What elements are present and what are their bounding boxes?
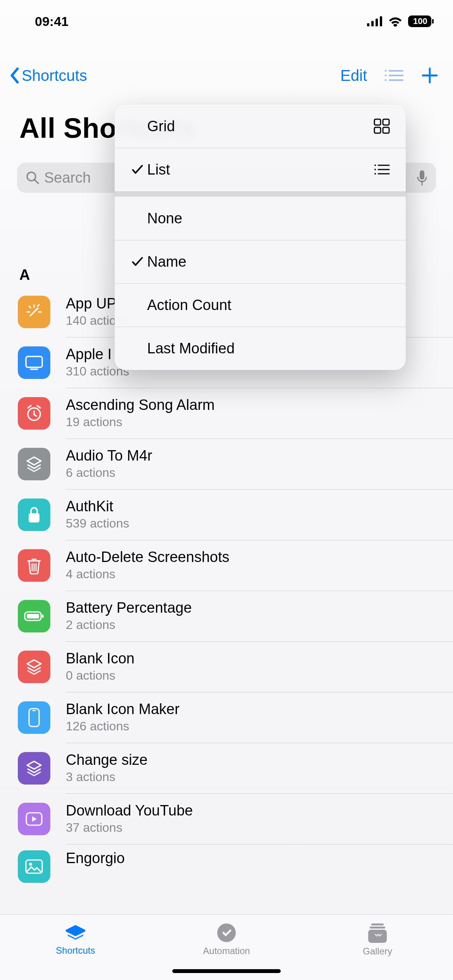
shortcut-title: Blank Icon <box>66 651 134 667</box>
shortcut-title: Download YouTube <box>66 803 193 819</box>
svg-point-53 <box>374 173 376 175</box>
svg-rect-5 <box>432 19 434 24</box>
grid-icon <box>373 118 390 134</box>
shortcut-title: Ascending Song Alarm <box>66 397 214 413</box>
menu-item-grid[interactable]: Grid <box>115 105 406 148</box>
status-bar: 09:41 100 <box>0 0 453 43</box>
svg-rect-16 <box>420 170 424 180</box>
shortcut-row[interactable]: Ascending Song Alarm19 actions <box>0 388 453 439</box>
menu-label: List <box>147 161 373 178</box>
svg-rect-48 <box>383 127 389 133</box>
back-label: Shortcuts <box>22 67 87 84</box>
tab-gallery[interactable]: Gallery <box>302 915 453 964</box>
menu-item-none[interactable]: None <box>115 197 406 240</box>
shortcut-texts: Blank Icon Maker126 actions <box>66 701 180 733</box>
tab-label: Shortcuts <box>56 945 95 956</box>
menu-label: Action Count <box>147 297 390 314</box>
shortcut-row[interactable]: Blank Icon0 actions <box>0 641 453 692</box>
shortcut-icon <box>18 397 50 430</box>
shortcut-row[interactable]: Auto-Delete Screenshots4 actions <box>0 540 453 591</box>
shortcut-title: Blank Icon Maker <box>66 701 180 718</box>
shortcut-texts: Auto-Delete Screenshots4 actions <box>66 549 229 581</box>
view-sort-menu: Grid List None Name Action Count Last Mo… <box>115 105 406 370</box>
svg-rect-58 <box>368 930 387 943</box>
menu-item-action-count[interactable]: Action Count <box>115 283 406 327</box>
svg-point-44 <box>29 863 32 866</box>
shortcut-row[interactable]: Download YouTube37 actions <box>0 793 453 844</box>
shortcut-icon <box>18 850 50 883</box>
svg-rect-24 <box>26 356 42 367</box>
automation-icon <box>216 922 237 943</box>
edit-button[interactable]: Edit <box>340 67 367 84</box>
shortcut-row[interactable]: AuthKit539 actions <box>0 489 453 540</box>
svg-point-55 <box>217 923 236 942</box>
tab-shortcuts[interactable]: Shortcuts <box>0 915 151 964</box>
battery-icon: 100 <box>408 15 434 27</box>
gallery-icon <box>366 922 389 944</box>
svg-line-18 <box>30 308 38 316</box>
shortcut-icon <box>18 296 50 328</box>
list-icon <box>373 163 390 176</box>
shortcut-row[interactable]: Engorgio <box>0 844 453 887</box>
svg-point-14 <box>27 172 36 181</box>
shortcut-texts: Download YouTube37 actions <box>66 803 193 835</box>
svg-rect-39 <box>42 615 44 618</box>
shortcut-icon <box>18 448 50 480</box>
menu-item-name[interactable]: Name <box>115 240 406 283</box>
nav-bar: Shortcuts Edit <box>0 58 453 93</box>
view-options-button[interactable] <box>383 68 404 83</box>
shortcut-subtitle: 4 actions <box>66 567 229 581</box>
svg-rect-40 <box>29 709 39 726</box>
shortcut-icon <box>18 346 50 379</box>
svg-rect-46 <box>383 119 389 125</box>
svg-line-29 <box>28 406 31 408</box>
shortcut-icon <box>18 803 50 835</box>
svg-line-15 <box>35 180 38 183</box>
shortcut-row[interactable]: Blank Icon Maker126 actions <box>0 692 453 743</box>
add-button[interactable] <box>420 66 439 85</box>
search-icon <box>26 171 39 185</box>
shortcut-subtitle: 0 actions <box>66 668 134 683</box>
checkmark-icon <box>128 256 147 267</box>
svg-rect-56 <box>371 923 384 925</box>
status-time: 09:41 <box>35 14 69 29</box>
shortcut-texts: Ascending Song Alarm19 actions <box>66 397 214 429</box>
shortcut-subtitle: 539 actions <box>66 516 129 531</box>
svg-line-30 <box>37 406 40 408</box>
svg-point-6 <box>385 70 387 72</box>
shortcuts-list: App UP140 actionsApple I310 actionsAscen… <box>0 286 453 887</box>
menu-label: Grid <box>147 118 373 135</box>
chevron-left-icon <box>9 67 20 84</box>
menu-label: Last Modified <box>147 340 390 357</box>
menu-label: Name <box>147 254 390 270</box>
shortcut-texts: Blank Icon0 actions <box>66 651 134 683</box>
shortcut-texts: Change size3 actions <box>66 752 148 784</box>
shortcut-subtitle: 6 actions <box>66 466 152 480</box>
shortcut-icon <box>18 752 50 785</box>
shortcut-subtitle: 37 actions <box>66 821 193 835</box>
svg-rect-47 <box>374 127 381 133</box>
dictate-icon[interactable] <box>417 170 427 186</box>
shortcut-row[interactable]: Audio To M4r6 actions <box>0 439 453 489</box>
svg-rect-0 <box>367 23 369 26</box>
battery-percent: 100 <box>413 16 427 26</box>
svg-rect-1 <box>371 21 374 26</box>
menu-item-list[interactable]: List <box>115 148 406 191</box>
shortcut-subtitle: 3 actions <box>66 770 148 784</box>
svg-rect-31 <box>29 513 39 523</box>
shortcut-row[interactable]: Change size3 actions <box>0 743 453 793</box>
shortcut-icon <box>18 701 50 734</box>
shortcut-texts: Engorgio <box>66 850 125 867</box>
shortcut-title: Engorgio <box>66 850 125 867</box>
shortcut-row[interactable]: Battery Percentage2 actions <box>0 591 453 641</box>
shortcuts-icon <box>64 923 87 943</box>
menu-label: None <box>147 210 390 227</box>
tab-automation[interactable]: Automation <box>151 915 302 964</box>
wifi-icon <box>388 16 403 27</box>
back-button[interactable]: Shortcuts <box>9 67 87 84</box>
shortcut-title: Battery Percentage <box>66 600 192 616</box>
cellular-icon <box>367 16 383 26</box>
svg-line-28 <box>34 415 36 416</box>
menu-item-last-modified[interactable]: Last Modified <box>115 327 406 370</box>
shortcut-subtitle: 2 actions <box>66 618 192 632</box>
